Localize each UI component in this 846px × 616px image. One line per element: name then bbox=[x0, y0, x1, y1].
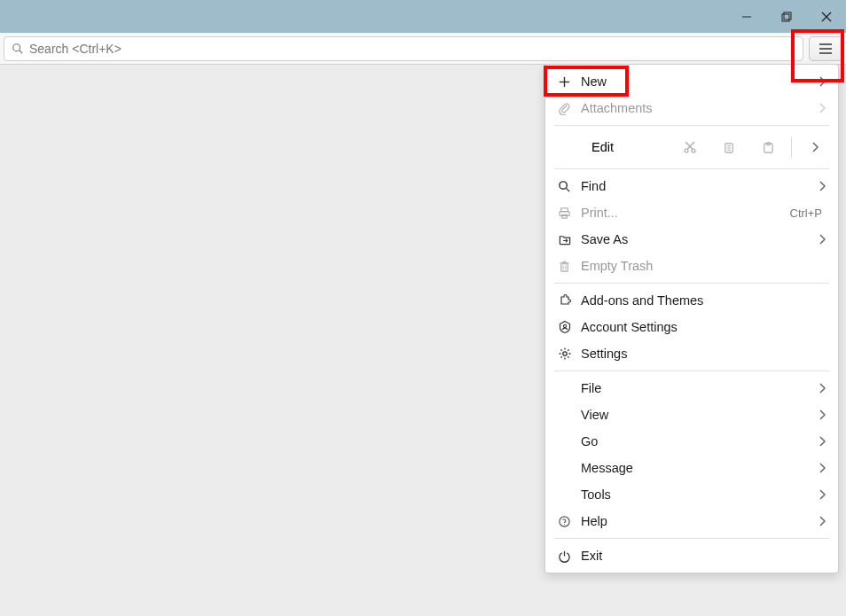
menu-help-label: Help bbox=[581, 514, 811, 528]
menu-settings-label: Settings bbox=[581, 347, 826, 361]
menu-separator bbox=[554, 283, 829, 284]
menu-settings[interactable]: Settings bbox=[545, 340, 838, 367]
menu-account-settings[interactable]: Account Settings bbox=[545, 314, 838, 340]
menu-print-shortcut: Ctrl+P bbox=[790, 207, 822, 220]
svg-point-22 bbox=[560, 181, 567, 188]
menu-file[interactable]: File bbox=[545, 375, 838, 402]
close-icon bbox=[821, 12, 832, 22]
menu-separator bbox=[554, 370, 829, 371]
menu-save-as[interactable]: Save As bbox=[545, 226, 838, 253]
svg-rect-27 bbox=[561, 263, 568, 270]
folder-arrow-icon bbox=[558, 233, 581, 246]
copy-icon bbox=[723, 141, 736, 154]
magnifier-icon bbox=[558, 180, 581, 193]
chevron-right-icon bbox=[811, 234, 826, 245]
chevron-right-icon bbox=[811, 489, 826, 500]
menu-print-label: Print... bbox=[581, 206, 790, 220]
menu-empty-trash-label: Empty Trash bbox=[581, 259, 826, 273]
menu-find-label: Find bbox=[581, 179, 811, 193]
menu-empty-trash: Empty Trash bbox=[545, 253, 838, 279]
chevron-right-icon bbox=[811, 516, 826, 526]
menu-tools[interactable]: Tools bbox=[545, 481, 838, 508]
search-icon bbox=[12, 43, 24, 55]
menu-view-label: View bbox=[581, 408, 811, 422]
menu-go-label: Go bbox=[581, 434, 811, 448]
svg-rect-1 bbox=[782, 14, 789, 21]
chevron-right-icon bbox=[811, 103, 826, 113]
menu-print: Print... Ctrl+P bbox=[545, 199, 838, 226]
chevron-right-icon bbox=[811, 409, 826, 420]
minimize-icon bbox=[741, 12, 752, 22]
menu-tools-label: Tools bbox=[581, 487, 811, 502]
chevron-right-icon bbox=[811, 383, 826, 394]
menu-exit-label: Exit bbox=[581, 549, 826, 563]
help-icon bbox=[558, 515, 581, 528]
menu-exit[interactable]: Exit bbox=[545, 542, 838, 569]
gear-icon bbox=[558, 347, 581, 361]
plus-icon bbox=[558, 75, 581, 89]
svg-rect-2 bbox=[784, 12, 791, 19]
maximize-button[interactable] bbox=[766, 0, 806, 33]
menu-separator bbox=[554, 125, 829, 126]
svg-point-5 bbox=[13, 43, 20, 51]
svg-point-35 bbox=[564, 524, 565, 525]
menu-find[interactable]: Find bbox=[545, 173, 838, 199]
titlebar bbox=[0, 0, 846, 33]
svg-point-32 bbox=[563, 324, 566, 327]
toolbar: Search <Ctrl+K> bbox=[0, 33, 846, 65]
menu-account-settings-label: Account Settings bbox=[581, 320, 826, 334]
menu-separator bbox=[554, 538, 829, 539]
paperclip-icon bbox=[558, 102, 581, 115]
menu-help[interactable]: Help bbox=[545, 508, 838, 534]
scissors-icon bbox=[683, 140, 697, 154]
svg-line-23 bbox=[566, 188, 569, 191]
paste-icon bbox=[762, 141, 775, 154]
paste-button[interactable] bbox=[748, 132, 787, 162]
chevron-right-icon bbox=[811, 463, 826, 473]
menu-separator bbox=[554, 168, 829, 169]
menu-new-label: New bbox=[581, 74, 811, 89]
menu-message[interactable]: Message bbox=[545, 455, 838, 481]
edit-submenu-button[interactable] bbox=[795, 132, 834, 162]
svg-point-33 bbox=[563, 352, 567, 355]
edit-divider bbox=[791, 136, 792, 158]
menu-go[interactable]: Go bbox=[545, 428, 838, 455]
close-button[interactable] bbox=[806, 0, 846, 33]
menu-attachments-label: Attachments bbox=[581, 101, 811, 115]
menu-addons-label: Add-ons and Themes bbox=[581, 293, 826, 308]
cut-button[interactable] bbox=[670, 132, 709, 162]
puzzle-icon bbox=[558, 293, 581, 308]
menu-attachments: Attachments bbox=[545, 95, 838, 121]
app-menu-button[interactable] bbox=[809, 36, 842, 61]
copy-button[interactable] bbox=[709, 132, 748, 162]
printer-icon bbox=[558, 207, 581, 220]
trash-icon bbox=[558, 260, 581, 273]
menu-edit-label: Edit bbox=[581, 140, 614, 154]
search-input[interactable]: Search <Ctrl+K> bbox=[4, 36, 803, 61]
menu-new[interactable]: New bbox=[545, 68, 838, 95]
chevron-right-icon bbox=[811, 181, 826, 191]
menu-file-label: File bbox=[581, 381, 811, 395]
menu-save-as-label: Save As bbox=[581, 232, 811, 246]
menu-edit-row: Edit bbox=[545, 129, 838, 165]
menu-message-label: Message bbox=[581, 461, 811, 475]
chevron-right-icon bbox=[811, 142, 819, 152]
app-menu: New Attachments Edit Find bbox=[544, 64, 839, 573]
minimize-button[interactable] bbox=[726, 0, 766, 33]
menu-view[interactable]: View bbox=[545, 402, 838, 428]
edit-buttons bbox=[670, 132, 834, 162]
search-placeholder: Search <Ctrl+K> bbox=[29, 42, 121, 56]
hamburger-icon bbox=[819, 43, 833, 55]
account-icon bbox=[558, 320, 581, 334]
menu-addons[interactable]: Add-ons and Themes bbox=[545, 287, 838, 314]
chevron-right-icon bbox=[811, 436, 826, 447]
chevron-right-icon bbox=[811, 76, 826, 87]
power-icon bbox=[558, 550, 581, 563]
maximize-icon bbox=[781, 12, 792, 22]
svg-line-6 bbox=[20, 50, 23, 53]
